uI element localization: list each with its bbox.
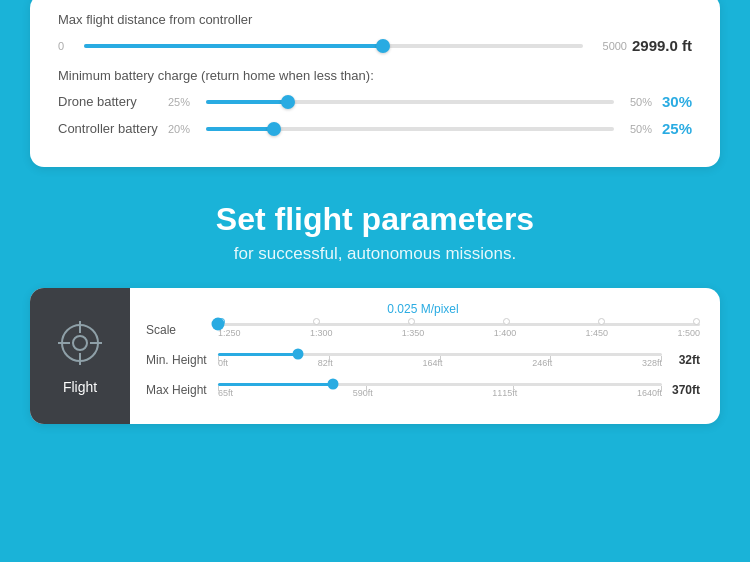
- min-height-label: Min. Height: [146, 353, 218, 367]
- max-flight-min: 0: [58, 40, 76, 52]
- bottom-content: 0.025 M/pixel Scale: [130, 288, 720, 424]
- main-heading: Set flight parameters: [0, 201, 750, 238]
- mh-tick-0: [218, 356, 219, 361]
- drone-battery-label: Drone battery: [58, 94, 168, 109]
- middle-section: Set flight parameters for successful, au…: [0, 173, 750, 288]
- scale-tick-1: [313, 318, 320, 325]
- drone-battery-row: Drone battery 25% 50% 30%: [58, 93, 692, 110]
- scale-tick-labels: 1:250 1:300 1:350 1:400 1:450 1:500: [218, 328, 700, 338]
- max-height-row: Max Height 65ft 590ft 1115ft 1: [146, 380, 700, 400]
- drone-battery-value: 30%: [652, 93, 692, 110]
- scale-tick-label-2: 1:350: [402, 328, 425, 338]
- scale-tick-4: [598, 318, 605, 325]
- drone-battery-track[interactable]: [206, 100, 614, 104]
- controller-battery-track[interactable]: [206, 127, 614, 131]
- max-height-track[interactable]: [218, 383, 662, 386]
- max-flight-fill: [84, 44, 383, 48]
- controller-battery-thumb[interactable]: [267, 122, 281, 136]
- mh-tick-2: [440, 356, 441, 361]
- max-height-value: 370ft: [662, 383, 700, 397]
- controller-battery-max: 50%: [622, 123, 652, 135]
- min-height-thumb[interactable]: [292, 349, 303, 360]
- drone-battery-min: 25%: [168, 96, 198, 108]
- drone-battery-max: 50%: [622, 96, 652, 108]
- min-height-track-wrap: 0ft 82ft 164ft 246ft 328ft: [218, 350, 662, 370]
- mh-tick-4: [661, 356, 662, 361]
- mh-tick-1: [329, 356, 330, 361]
- max-height-thumb[interactable]: [328, 379, 339, 390]
- bottom-card: Flight 0.025 M/pixel Scale: [30, 288, 720, 424]
- mh-tick-3: [550, 356, 551, 361]
- scale-thumb[interactable]: [212, 318, 225, 331]
- drone-battery-thumb[interactable]: [281, 95, 295, 109]
- max-flight-value: 2999.0 ft: [627, 37, 692, 54]
- max-height-label: Max Height: [146, 383, 218, 397]
- scale-row: Scale 1:250 1: [146, 320, 700, 340]
- maxh-tick-1: [366, 386, 367, 391]
- max-flight-track[interactable]: [84, 44, 583, 48]
- scale-tick-label-3: 1:400: [494, 328, 517, 338]
- controller-battery-label: Controller battery: [58, 121, 168, 136]
- scale-track[interactable]: [218, 323, 700, 326]
- crosshair-icon: [54, 317, 106, 369]
- max-height-track-wrap: 65ft 590ft 1115ft 1640ft: [218, 380, 662, 400]
- scale-tick-3: [503, 318, 510, 325]
- max-flight-thumb[interactable]: [376, 39, 390, 53]
- scale-tick-label-4: 1:450: [586, 328, 609, 338]
- scale-header: 0.025 M/pixel: [146, 302, 700, 316]
- max-flight-label: Max flight distance from controller: [58, 12, 692, 27]
- scale-tick-label-5: 1:500: [677, 328, 700, 338]
- sub-heading: for successful, autonomous missions.: [0, 244, 750, 264]
- scale-tick-2: [408, 318, 415, 325]
- sidebar-flight-label: Flight: [63, 379, 97, 395]
- maxh-tick-3: [661, 386, 662, 391]
- scale-track-wrap: 1:250 1:300 1:350 1:400 1:450 1:500: [218, 320, 700, 340]
- controller-battery-fill: [206, 127, 274, 131]
- bottom-sidebar: Flight: [30, 288, 130, 424]
- controller-battery-row: Controller battery 20% 50% 25%: [58, 120, 692, 137]
- top-card: Max flight distance from controller 0 50…: [30, 0, 720, 167]
- min-height-row: Min. Height 0ft 82ft: [146, 350, 700, 370]
- svg-point-1: [73, 336, 87, 350]
- battery-section-title: Minimum battery charge (return home when…: [58, 68, 692, 83]
- scale-label: Scale: [146, 323, 218, 337]
- min-height-value: 32ft: [662, 353, 700, 367]
- max-flight-max: 5000: [591, 40, 627, 52]
- controller-battery-min: 20%: [168, 123, 198, 135]
- controller-battery-value: 25%: [652, 120, 692, 137]
- max-flight-slider-row: 0 5000 2999.0 ft: [58, 37, 692, 54]
- scale-tick-5: [693, 318, 700, 325]
- maxh-tick-0: [218, 386, 219, 391]
- min-height-track[interactable]: [218, 353, 662, 356]
- drone-battery-fill: [206, 100, 288, 104]
- maxh-tick-2: [513, 386, 514, 391]
- scale-tick-label-1: 1:300: [310, 328, 333, 338]
